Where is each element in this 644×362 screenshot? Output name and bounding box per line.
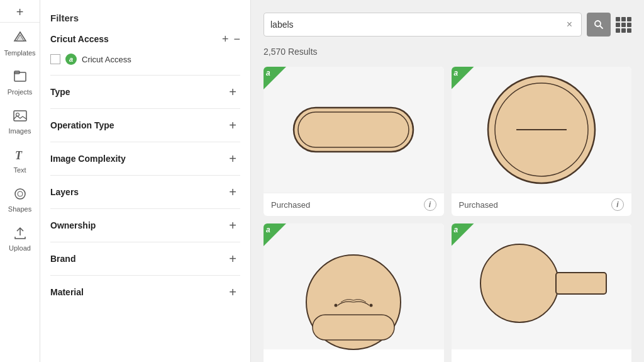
templates-label: Templates (4, 49, 35, 57)
sidebar-item-projects[interactable]: Projects (0, 62, 40, 101)
image-card-3: a Purchased i (264, 223, 444, 362)
filter-image-complexity-toggle[interactable]: + (225, 151, 240, 166)
image-card-2: a Purchased i (452, 67, 632, 216)
projects-label: Projects (8, 88, 33, 96)
card-2-status: Purchased (459, 200, 498, 210)
text-label: Text (13, 166, 26, 174)
svg-point-15 (335, 304, 338, 307)
search-bar-row: × (264, 13, 631, 37)
search-submit-button[interactable] (587, 13, 611, 37)
upload-label: Upload (9, 244, 31, 252)
shapes-label: Shapes (8, 205, 31, 213)
filter-brand-toggle[interactable]: + (225, 251, 240, 266)
grid-view-icon (616, 17, 631, 33)
results-count: 2,570 Results (264, 47, 631, 57)
filter-brand[interactable]: Brand + (50, 242, 240, 275)
access-badge-1: a (264, 67, 286, 89)
card-2-info-button[interactable]: i (611, 198, 624, 211)
svg-rect-2 (14, 111, 26, 121)
text-icon: T (11, 146, 29, 164)
filter-layers-toggle[interactable]: + (225, 184, 240, 200)
label-shape-2 (479, 70, 604, 189)
cricut-access-add-icon[interactable]: + (222, 33, 229, 45)
svg-point-6 (18, 191, 23, 196)
filter-image-complexity[interactable]: Image Complexity + (50, 142, 240, 175)
sidebar-item-upload[interactable]: Upload (0, 218, 40, 257)
sidebar-item-text[interactable]: T Text (0, 140, 40, 179)
card-1-status: Purchased (271, 200, 310, 210)
images-icon (11, 107, 29, 125)
image-card-3-canvas: a (264, 223, 444, 349)
image-card-1-canvas: a (264, 67, 444, 193)
image-card-1-footer: Purchased i (264, 193, 444, 216)
new-button[interactable]: + (0, 0, 40, 23)
filter-operation-type-label: Operation Type (50, 120, 114, 130)
svg-point-5 (15, 189, 25, 199)
grid-view-button[interactable] (616, 17, 631, 33)
upload-icon (11, 224, 29, 242)
cricut-access-option[interactable]: a Cricut Access (50, 51, 240, 67)
cricut-access-section: Cricut Access + − a Cricut Access (50, 33, 240, 67)
image-card-2-canvas: a (452, 67, 632, 193)
filter-material-label: Material (50, 287, 84, 297)
svg-point-3 (16, 113, 19, 116)
filters-panel: Filters Cricut Access + − a Cricut Acces… (40, 0, 251, 362)
filter-ownership[interactable]: Ownership + (50, 208, 240, 242)
plus-new-icon: + (16, 5, 24, 20)
filter-ownership-label: Ownership (50, 220, 96, 230)
svg-rect-9 (298, 112, 409, 147)
label-shape-3 (291, 223, 416, 353)
shapes-icon (11, 185, 29, 203)
search-clear-button[interactable]: × (564, 19, 575, 30)
filter-type[interactable]: Type + (50, 75, 240, 108)
images-grid: a Purchased i a (264, 67, 631, 362)
cricut-access-minus-icon[interactable]: − (233, 33, 240, 45)
filter-image-complexity-label: Image Complexity (50, 154, 126, 164)
main-content: × 2,570 Results a (251, 0, 644, 362)
cricut-access-toggles: + − (222, 33, 240, 45)
card-1-info-button[interactable]: i (424, 198, 436, 211)
filter-layers[interactable]: Layers + (50, 175, 240, 208)
filter-operation-type-toggle[interactable]: + (225, 118, 240, 133)
image-card-2-footer: Purchased i (452, 193, 632, 216)
svg-point-17 (480, 244, 558, 322)
cricut-access-checkbox[interactable] (50, 54, 60, 64)
cricut-access-label: Cricut Access (50, 34, 109, 44)
sidebar: + Templates Projects Images (0, 0, 40, 362)
cricut-access-header: Cricut Access + − (50, 33, 240, 45)
image-card-4: a Purchased i (452, 223, 632, 362)
filter-type-toggle[interactable]: + (225, 84, 240, 99)
image-card-1: a Purchased i (264, 67, 444, 216)
filter-material[interactable]: Material + (50, 275, 240, 308)
image-card-4-canvas: a (452, 223, 632, 349)
search-icon (594, 20, 604, 30)
label-shape-1 (284, 92, 423, 167)
cricut-access-option-label: Cricut Access (82, 55, 131, 64)
access-badge-3: a (264, 223, 286, 246)
filter-material-toggle[interactable]: + (225, 285, 240, 300)
cricut-badge-icon: a (65, 54, 77, 65)
sidebar-item-templates[interactable]: Templates (0, 23, 40, 62)
images-label: Images (8, 127, 31, 135)
svg-point-16 (370, 304, 373, 307)
filter-layers-label: Layers (50, 187, 79, 197)
sidebar-item-images[interactable]: Images (0, 101, 40, 140)
svg-rect-14 (313, 315, 394, 340)
filter-type-label: Type (50, 87, 70, 97)
access-badge-2: a (452, 67, 474, 89)
filter-operation-type[interactable]: Operation Type + (50, 108, 240, 142)
svg-text:T: T (15, 149, 23, 162)
label-shape-4 (469, 236, 614, 337)
filters-title: Filters (50, 13, 240, 23)
svg-rect-18 (556, 273, 606, 294)
templates-icon (11, 29, 29, 47)
search-container: × (264, 13, 582, 37)
projects-icon (11, 68, 29, 86)
filter-brand-label: Brand (50, 254, 75, 264)
filter-ownership-toggle[interactable]: + (225, 218, 240, 233)
search-input[interactable] (270, 20, 564, 30)
sidebar-item-shapes[interactable]: Shapes (0, 179, 40, 218)
